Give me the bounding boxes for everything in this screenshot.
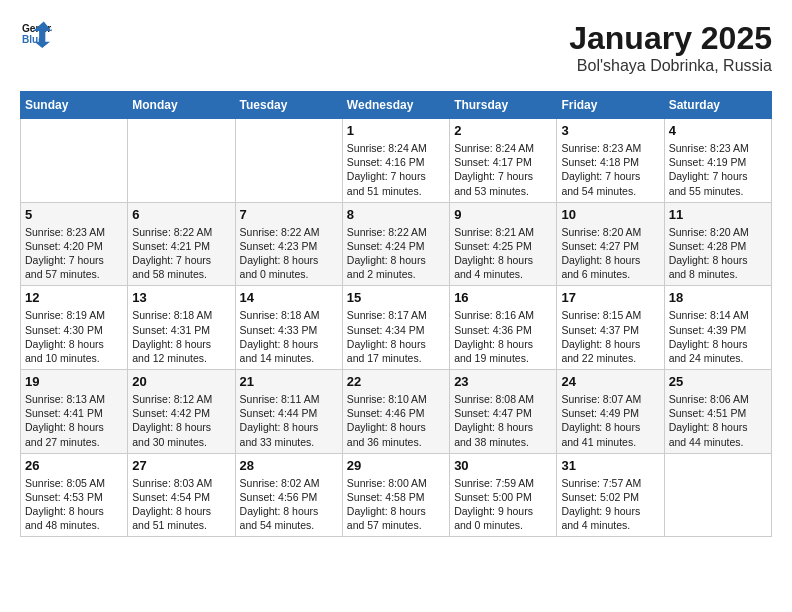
day-number: 12	[25, 290, 123, 305]
calendar-cell	[235, 119, 342, 203]
day-number: 24	[561, 374, 659, 389]
day-info: Sunrise: 8:23 AM Sunset: 4:18 PM Dayligh…	[561, 141, 659, 198]
day-number: 15	[347, 290, 445, 305]
day-info: Sunrise: 8:22 AM Sunset: 4:24 PM Dayligh…	[347, 225, 445, 282]
day-info: Sunrise: 8:20 AM Sunset: 4:28 PM Dayligh…	[669, 225, 767, 282]
month-title: January 2025	[569, 20, 772, 57]
calendar-cell: 18Sunrise: 8:14 AM Sunset: 4:39 PM Dayli…	[664, 286, 771, 370]
day-info: Sunrise: 8:00 AM Sunset: 4:58 PM Dayligh…	[347, 476, 445, 533]
day-number: 31	[561, 458, 659, 473]
day-number: 8	[347, 207, 445, 222]
day-info: Sunrise: 8:14 AM Sunset: 4:39 PM Dayligh…	[669, 308, 767, 365]
day-info: Sunrise: 8:17 AM Sunset: 4:34 PM Dayligh…	[347, 308, 445, 365]
day-number: 19	[25, 374, 123, 389]
day-info: Sunrise: 8:07 AM Sunset: 4:49 PM Dayligh…	[561, 392, 659, 449]
calendar-cell: 24Sunrise: 8:07 AM Sunset: 4:49 PM Dayli…	[557, 370, 664, 454]
calendar-cell: 30Sunrise: 7:59 AM Sunset: 5:00 PM Dayli…	[450, 453, 557, 537]
calendar-week-row: 1Sunrise: 8:24 AM Sunset: 4:16 PM Daylig…	[21, 119, 772, 203]
day-info: Sunrise: 8:05 AM Sunset: 4:53 PM Dayligh…	[25, 476, 123, 533]
day-info: Sunrise: 7:59 AM Sunset: 5:00 PM Dayligh…	[454, 476, 552, 533]
day-number: 22	[347, 374, 445, 389]
day-number: 7	[240, 207, 338, 222]
calendar-cell: 11Sunrise: 8:20 AM Sunset: 4:28 PM Dayli…	[664, 202, 771, 286]
title-block: January 2025 Bol'shaya Dobrinka, Russia	[569, 20, 772, 75]
day-number: 9	[454, 207, 552, 222]
calendar-cell: 12Sunrise: 8:19 AM Sunset: 4:30 PM Dayli…	[21, 286, 128, 370]
calendar-cell: 22Sunrise: 8:10 AM Sunset: 4:46 PM Dayli…	[342, 370, 449, 454]
location-title: Bol'shaya Dobrinka, Russia	[569, 57, 772, 75]
day-number: 20	[132, 374, 230, 389]
day-number: 23	[454, 374, 552, 389]
logo-icon: General Blue	[20, 20, 52, 48]
day-number: 5	[25, 207, 123, 222]
calendar-cell: 7Sunrise: 8:22 AM Sunset: 4:23 PM Daylig…	[235, 202, 342, 286]
weekday-header-friday: Friday	[557, 92, 664, 119]
calendar-week-row: 26Sunrise: 8:05 AM Sunset: 4:53 PM Dayli…	[21, 453, 772, 537]
day-info: Sunrise: 8:10 AM Sunset: 4:46 PM Dayligh…	[347, 392, 445, 449]
day-info: Sunrise: 8:06 AM Sunset: 4:51 PM Dayligh…	[669, 392, 767, 449]
calendar-cell: 4Sunrise: 8:23 AM Sunset: 4:19 PM Daylig…	[664, 119, 771, 203]
day-info: Sunrise: 8:24 AM Sunset: 4:17 PM Dayligh…	[454, 141, 552, 198]
calendar-cell: 19Sunrise: 8:13 AM Sunset: 4:41 PM Dayli…	[21, 370, 128, 454]
weekday-header-wednesday: Wednesday	[342, 92, 449, 119]
calendar-cell: 6Sunrise: 8:22 AM Sunset: 4:21 PM Daylig…	[128, 202, 235, 286]
day-info: Sunrise: 8:22 AM Sunset: 4:21 PM Dayligh…	[132, 225, 230, 282]
day-info: Sunrise: 8:11 AM Sunset: 4:44 PM Dayligh…	[240, 392, 338, 449]
day-info: Sunrise: 7:57 AM Sunset: 5:02 PM Dayligh…	[561, 476, 659, 533]
weekday-header-tuesday: Tuesday	[235, 92, 342, 119]
calendar-cell: 9Sunrise: 8:21 AM Sunset: 4:25 PM Daylig…	[450, 202, 557, 286]
day-number: 30	[454, 458, 552, 473]
day-number: 29	[347, 458, 445, 473]
calendar-cell	[21, 119, 128, 203]
day-number: 1	[347, 123, 445, 138]
day-number: 14	[240, 290, 338, 305]
day-number: 2	[454, 123, 552, 138]
day-info: Sunrise: 8:12 AM Sunset: 4:42 PM Dayligh…	[132, 392, 230, 449]
day-number: 26	[25, 458, 123, 473]
day-info: Sunrise: 8:22 AM Sunset: 4:23 PM Dayligh…	[240, 225, 338, 282]
day-number: 21	[240, 374, 338, 389]
calendar-cell: 26Sunrise: 8:05 AM Sunset: 4:53 PM Dayli…	[21, 453, 128, 537]
day-info: Sunrise: 8:21 AM Sunset: 4:25 PM Dayligh…	[454, 225, 552, 282]
day-number: 17	[561, 290, 659, 305]
day-number: 28	[240, 458, 338, 473]
calendar-cell: 23Sunrise: 8:08 AM Sunset: 4:47 PM Dayli…	[450, 370, 557, 454]
calendar-cell: 8Sunrise: 8:22 AM Sunset: 4:24 PM Daylig…	[342, 202, 449, 286]
calendar-cell: 10Sunrise: 8:20 AM Sunset: 4:27 PM Dayli…	[557, 202, 664, 286]
calendar-cell: 15Sunrise: 8:17 AM Sunset: 4:34 PM Dayli…	[342, 286, 449, 370]
day-info: Sunrise: 8:19 AM Sunset: 4:30 PM Dayligh…	[25, 308, 123, 365]
day-number: 13	[132, 290, 230, 305]
day-number: 3	[561, 123, 659, 138]
day-info: Sunrise: 8:03 AM Sunset: 4:54 PM Dayligh…	[132, 476, 230, 533]
day-info: Sunrise: 8:23 AM Sunset: 4:19 PM Dayligh…	[669, 141, 767, 198]
day-number: 11	[669, 207, 767, 222]
calendar-cell: 3Sunrise: 8:23 AM Sunset: 4:18 PM Daylig…	[557, 119, 664, 203]
calendar-cell: 5Sunrise: 8:23 AM Sunset: 4:20 PM Daylig…	[21, 202, 128, 286]
day-info: Sunrise: 8:24 AM Sunset: 4:16 PM Dayligh…	[347, 141, 445, 198]
day-info: Sunrise: 8:08 AM Sunset: 4:47 PM Dayligh…	[454, 392, 552, 449]
day-info: Sunrise: 8:23 AM Sunset: 4:20 PM Dayligh…	[25, 225, 123, 282]
day-number: 25	[669, 374, 767, 389]
day-number: 27	[132, 458, 230, 473]
calendar-cell: 25Sunrise: 8:06 AM Sunset: 4:51 PM Dayli…	[664, 370, 771, 454]
day-info: Sunrise: 8:13 AM Sunset: 4:41 PM Dayligh…	[25, 392, 123, 449]
weekday-header-sunday: Sunday	[21, 92, 128, 119]
day-info: Sunrise: 8:18 AM Sunset: 4:33 PM Dayligh…	[240, 308, 338, 365]
calendar-week-row: 19Sunrise: 8:13 AM Sunset: 4:41 PM Dayli…	[21, 370, 772, 454]
day-info: Sunrise: 8:18 AM Sunset: 4:31 PM Dayligh…	[132, 308, 230, 365]
calendar-week-row: 5Sunrise: 8:23 AM Sunset: 4:20 PM Daylig…	[21, 202, 772, 286]
calendar-cell	[128, 119, 235, 203]
weekday-header-row: SundayMondayTuesdayWednesdayThursdayFrid…	[21, 92, 772, 119]
calendar-cell: 20Sunrise: 8:12 AM Sunset: 4:42 PM Dayli…	[128, 370, 235, 454]
calendar-cell: 27Sunrise: 8:03 AM Sunset: 4:54 PM Dayli…	[128, 453, 235, 537]
calendar-cell: 14Sunrise: 8:18 AM Sunset: 4:33 PM Dayli…	[235, 286, 342, 370]
page-header: General Blue January 2025 Bol'shaya Dobr…	[20, 20, 772, 75]
weekday-header-saturday: Saturday	[664, 92, 771, 119]
day-info: Sunrise: 8:20 AM Sunset: 4:27 PM Dayligh…	[561, 225, 659, 282]
day-number: 16	[454, 290, 552, 305]
calendar-table: SundayMondayTuesdayWednesdayThursdayFrid…	[20, 91, 772, 537]
day-number: 4	[669, 123, 767, 138]
calendar-cell: 13Sunrise: 8:18 AM Sunset: 4:31 PM Dayli…	[128, 286, 235, 370]
calendar-cell: 29Sunrise: 8:00 AM Sunset: 4:58 PM Dayli…	[342, 453, 449, 537]
day-number: 18	[669, 290, 767, 305]
